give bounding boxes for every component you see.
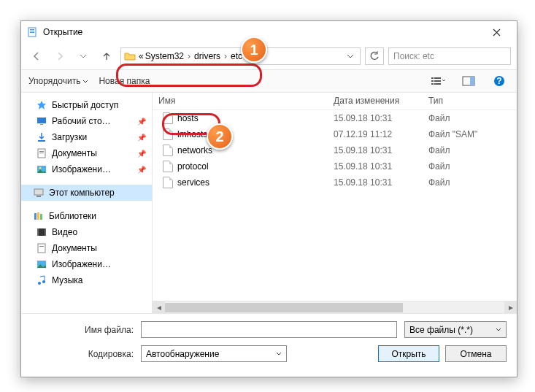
svg-rect-23 (36, 196, 41, 197)
search-input[interactable]: Поиск: etc (388, 47, 511, 65)
view-button[interactable] (428, 73, 448, 89)
sidebar-item-quick-access[interactable]: Быстрый доступ (21, 97, 152, 113)
refresh-button[interactable] (365, 47, 384, 65)
recent-dropdown[interactable] (74, 47, 93, 66)
svg-rect-18 (39, 151, 44, 152)
folder-icon (124, 50, 136, 62)
svg-rect-22 (34, 189, 43, 195)
svg-rect-25 (37, 212, 39, 220)
pin-icon: 📌 (137, 150, 146, 158)
libraries-icon (33, 210, 45, 222)
organize-button[interactable]: Упорядочить (28, 76, 88, 86)
help-button[interactable]: ? (489, 73, 509, 89)
file-icon (163, 128, 173, 140)
chevron-right-icon: › (222, 51, 229, 61)
file-area: Имя Дата изменения Тип hosts 15.09.18 10… (153, 93, 517, 313)
search-placeholder: Поиск: etc (393, 51, 434, 61)
crumb-prefix: « (139, 51, 144, 61)
svg-rect-3 (30, 32, 34, 33)
close-button[interactable] (482, 22, 511, 42)
forward-button[interactable] (50, 47, 69, 66)
svg-rect-11 (470, 77, 474, 85)
svg-rect-31 (39, 246, 44, 247)
up-button[interactable] (97, 47, 116, 66)
pin-icon: 📌 (137, 134, 146, 142)
col-name[interactable]: Имя (153, 93, 328, 109)
body: Быстрый доступ Рабочий сто…📌 Загрузки📌 Д… (21, 93, 517, 313)
svg-rect-9 (434, 83, 441, 85)
svg-rect-30 (38, 244, 45, 253)
preview-pane-button[interactable] (458, 73, 479, 89)
cancel-button[interactable]: Отмена (445, 345, 507, 362)
sidebar-item-lib-pictures[interactable]: Изображени… (21, 256, 152, 272)
crumb[interactable]: drivers (194, 51, 220, 61)
file-icon (163, 177, 173, 188)
music-icon (36, 274, 47, 286)
svg-rect-29 (45, 228, 46, 236)
window-title: Открытие (43, 27, 482, 37)
download-icon (36, 131, 47, 143)
open-button[interactable]: Открыть (378, 345, 439, 362)
bottom-panel: Имя файла: Все файлы (*.*) Кодировка: Ав… (21, 313, 517, 380)
svg-text:?: ? (496, 76, 501, 86)
desktop-icon (36, 115, 47, 127)
sidebar-item-video[interactable]: Видео (21, 224, 152, 240)
scroll-right-icon[interactable]: ▸ (504, 301, 517, 314)
file-icon (163, 112, 173, 124)
svg-rect-15 (40, 124, 43, 125)
scroll-thumb[interactable] (165, 303, 403, 312)
file-row[interactable]: hosts 15.09.18 10:31 Файл (153, 110, 517, 126)
picture-icon (36, 258, 47, 270)
file-row[interactable]: services 15.09.18 10:31 Файл (153, 174, 517, 191)
crumb[interactable]: System32 (145, 51, 184, 61)
file-type-select[interactable]: Все файлы (*.*) (404, 321, 507, 338)
column-headers: Имя Дата изменения Тип (153, 93, 517, 110)
doc-icon (36, 147, 47, 159)
svg-point-21 (39, 167, 42, 169)
h-scrollbar[interactable]: ◂ ▸ (153, 301, 517, 313)
sidebar-item-music[interactable]: Музыка (21, 272, 152, 288)
filename-label: Имя файла: (31, 325, 141, 335)
pin-icon: 📌 (137, 118, 146, 126)
sidebar-item-desktop[interactable]: Рабочий сто…📌 (21, 113, 152, 129)
col-type[interactable]: Тип (423, 93, 517, 109)
file-icon (163, 145, 173, 156)
app-icon (27, 26, 39, 38)
svg-rect-26 (40, 214, 42, 220)
file-row[interactable]: networks 15.09.18 10:31 Файл (153, 142, 517, 158)
picture-icon (36, 164, 47, 175)
back-button[interactable] (27, 47, 46, 66)
svg-rect-16 (38, 140, 45, 142)
sidebar-item-downloads[interactable]: Загрузки📌 (21, 129, 152, 145)
sidebar-item-this-pc[interactable]: Этот компьютер (21, 185, 152, 201)
svg-rect-4 (431, 77, 434, 79)
sidebar-item-documents[interactable]: Документы📌 (21, 145, 152, 161)
video-icon (36, 226, 47, 238)
scroll-left-icon[interactable]: ◂ (153, 301, 165, 314)
pin-icon: 📌 (137, 166, 146, 174)
sidebar-item-lib-documents[interactable]: Документы (21, 240, 152, 256)
annotation-badge-1: 1 (241, 36, 267, 63)
svg-rect-6 (431, 80, 434, 82)
chevron-right-icon: › (185, 51, 193, 61)
open-dialog: Открытие « System32 › drivers › etc › (20, 20, 517, 377)
titlebar: Открытие (21, 21, 517, 43)
nav-row: « System32 › drivers › etc › Поиск: etc (21, 43, 517, 69)
sidebar-item-libraries[interactable]: Библиотеки (21, 208, 152, 224)
doc-icon (36, 242, 47, 254)
svg-rect-28 (37, 228, 39, 236)
pc-icon (33, 187, 45, 199)
sidebar-item-pictures[interactable]: Изображени…📌 (21, 161, 152, 177)
encoding-label: Кодировка: (31, 349, 141, 359)
col-date[interactable]: Дата изменения (328, 93, 423, 109)
filename-input[interactable] (141, 321, 397, 338)
new-folder-button[interactable]: Новая папка (99, 76, 150, 86)
breadcrumbs: « System32 › drivers › etc › (139, 51, 251, 61)
svg-rect-7 (434, 80, 441, 82)
svg-rect-2 (30, 31, 34, 31)
file-row[interactable]: protocol 15.09.18 10:31 Файл (153, 158, 517, 174)
star-icon (36, 99, 47, 111)
svg-rect-5 (434, 77, 441, 79)
address-dropdown[interactable] (344, 54, 357, 58)
encoding-select[interactable]: Автообнаружение (141, 345, 287, 362)
